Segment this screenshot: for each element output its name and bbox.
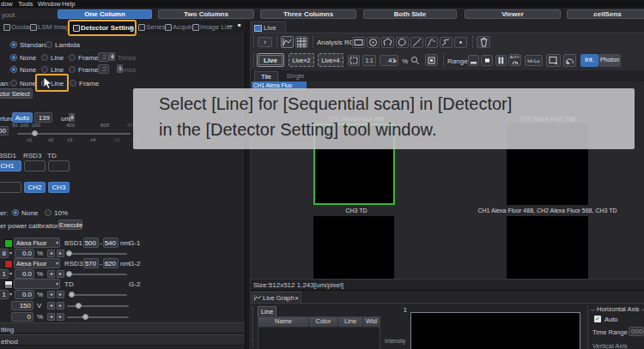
avg2-count-field[interactable]: 2 <box>98 64 109 74</box>
undo-button[interactable] <box>563 54 576 67</box>
roi-freehand-button[interactable] <box>396 37 409 48</box>
toolbar-grip[interactable] <box>276 36 278 48</box>
layout-viewer-button[interactable]: Viewer <box>465 9 561 19</box>
ch1-from-field[interactable]: 500 <box>83 238 99 248</box>
live-button[interactable]: Live <box>257 53 284 67</box>
snapshot-refresh-button[interactable] <box>546 54 561 67</box>
section-setting[interactable]: tting <box>0 322 245 334</box>
range-mid-button[interactable] <box>481 55 493 66</box>
ch3-power-knob[interactable] <box>69 292 75 298</box>
panel-minimize-icon[interactable]: ─ <box>228 22 233 30</box>
panel-maximize-icon[interactable]: ■ <box>238 22 241 27</box>
avg1-count-field[interactable]: 2 <box>98 52 109 62</box>
ch-empty-r1c3[interactable] <box>48 160 70 171</box>
offset-right-icon[interactable]: ▸ <box>57 313 64 321</box>
time-range-field[interactable]: 000 <box>629 327 644 336</box>
roi-rectangle-button[interactable] <box>352 37 365 48</box>
offset-field[interactable]: 0 <box>11 312 33 322</box>
ch2-power-knob[interactable] <box>66 271 72 277</box>
layout-cellsens-button[interactable]: cellSens <box>567 9 644 19</box>
live-graph-grip[interactable] <box>252 307 254 346</box>
toolbar-grip[interactable] <box>313 36 314 48</box>
ch1-power-knob[interactable] <box>66 250 72 256</box>
grid-view-button[interactable] <box>295 36 308 48</box>
ch1-power-field[interactable]: 0.0 <box>15 249 34 258</box>
power-none-radio[interactable] <box>12 209 19 216</box>
hilo-button[interactable]: Hi-Lo <box>525 55 543 66</box>
ch2-dye-dropdown[interactable]: Alexa Fluor 568 ▾ <box>14 258 60 268</box>
menu-item-window[interactable]: Window <box>38 0 61 8</box>
avg2-line-radio[interactable] <box>41 66 48 73</box>
roi-point-button[interactable] <box>454 37 467 48</box>
col-name[interactable]: Name <box>258 317 309 327</box>
range-auto-button[interactable]: AUTO <box>508 54 521 66</box>
detector-setting-close-icon[interactable]: ✕ <box>129 24 133 30</box>
aperture-value-field[interactable]: 139 <box>34 112 52 123</box>
tab-single[interactable]: Single <box>282 71 309 81</box>
actual-size-button[interactable]: 1:1 <box>362 55 376 66</box>
hv-left-icon[interactable]: ◂ <box>47 302 55 310</box>
tab-tile[interactable]: Tile <box>254 71 278 81</box>
power-10-radio[interactable] <box>45 209 52 216</box>
avg2-none-radio[interactable] <box>10 66 17 73</box>
line-profile-button[interactable] <box>281 36 294 48</box>
live-doc-tab[interactable]: Live <box>252 21 286 33</box>
hv-right-icon[interactable]: ▸ <box>57 302 64 310</box>
offset-left-icon[interactable]: ◂ <box>47 313 55 321</box>
tab-detector-setting[interactable]: Detector Setting <box>81 24 134 32</box>
ch1-power-right-icon[interactable]: ▸ <box>57 250 64 257</box>
toolbar-grip[interactable] <box>253 53 255 67</box>
tab-series[interactable]: Series <box>146 23 166 31</box>
roi-polygon-button[interactable] <box>381 37 394 48</box>
ch1-laser-dropdown[interactable]: 8 <box>0 249 9 258</box>
ch3-power-left-icon[interactable]: ◂ <box>47 291 55 298</box>
ch1-button[interactable]: CH1 <box>0 160 21 171</box>
col-width[interactable]: Wid <box>363 317 380 327</box>
seq-frame-radio[interactable] <box>70 80 76 87</box>
ch2-power-field[interactable]: 0.0 <box>15 269 34 279</box>
layout-one-column-button[interactable]: One Column <box>58 9 152 19</box>
ch3-power-field[interactable]: 0.0 <box>15 290 34 299</box>
ch3-power-right-icon[interactable]: ▸ <box>57 291 64 298</box>
ch1-power-left-icon[interactable]: ◂ <box>47 250 55 257</box>
line-tab[interactable]: Line <box>258 306 276 316</box>
live-x2-button[interactable]: Live×2 <box>289 53 314 67</box>
roi-curve-button[interactable] <box>425 37 438 48</box>
fit-to-window-button[interactable] <box>348 55 360 66</box>
menu-item-tools[interactable]: Tools <box>18 0 33 8</box>
offset-knob[interactable] <box>82 314 88 320</box>
roi-circle-button[interactable] <box>367 37 380 48</box>
ch-empty-r2c1[interactable] <box>0 182 21 193</box>
lambda-radio[interactable] <box>46 41 52 48</box>
range-full-button[interactable] <box>495 55 507 66</box>
ch2-laser-dropdown[interactable]: 1 <box>0 269 9 279</box>
ch3-laser-dropdown[interactable]: 1 <box>0 290 9 299</box>
ch3-button[interactable]: CH3 <box>48 182 70 193</box>
photon-mode-button[interactable]: Photon <box>598 54 621 67</box>
hv-field[interactable]: 150 <box>11 301 33 310</box>
toolbar-grip[interactable] <box>443 53 445 67</box>
ch2-power-left-icon[interactable]: ◂ <box>47 270 55 278</box>
ch2-from-field[interactable]: 570 <box>83 258 99 268</box>
seq-none-radio[interactable] <box>10 80 17 87</box>
range-low-button[interactable] <box>468 55 479 66</box>
avg1-none-radio[interactable] <box>10 54 17 61</box>
live-graph-tab[interactable]: Live Graph ✕ <box>252 292 301 303</box>
auto-checkbox[interactable]: ✓ <box>594 316 601 322</box>
pixel-view-button[interactable] <box>425 54 438 66</box>
avg1-line-radio[interactable] <box>41 54 48 61</box>
edge-value-field[interactable]: 00 <box>0 126 9 135</box>
detector-select-button[interactable]: ctor Select <box>0 88 33 99</box>
ch2-to-field[interactable]: 620 <box>103 258 118 268</box>
layout-two-columns-button[interactable]: Two Columns <box>158 9 254 19</box>
avg2-frame-radio[interactable] <box>69 66 76 73</box>
roi-line-button[interactable] <box>410 37 423 48</box>
hv-knob[interactable] <box>76 303 82 309</box>
intensity-mode-button[interactable]: Int. <box>580 54 598 67</box>
menu-item[interactable]: dow <box>1 0 13 8</box>
live-x4-button[interactable]: Live×4 <box>318 53 343 67</box>
ch2-button[interactable]: CH2 <box>24 182 46 193</box>
layout-both-side-button[interactable]: Both Side <box>363 9 457 19</box>
execute-button[interactable]: Execute <box>58 220 82 230</box>
toolbar-grip[interactable] <box>472 36 474 48</box>
